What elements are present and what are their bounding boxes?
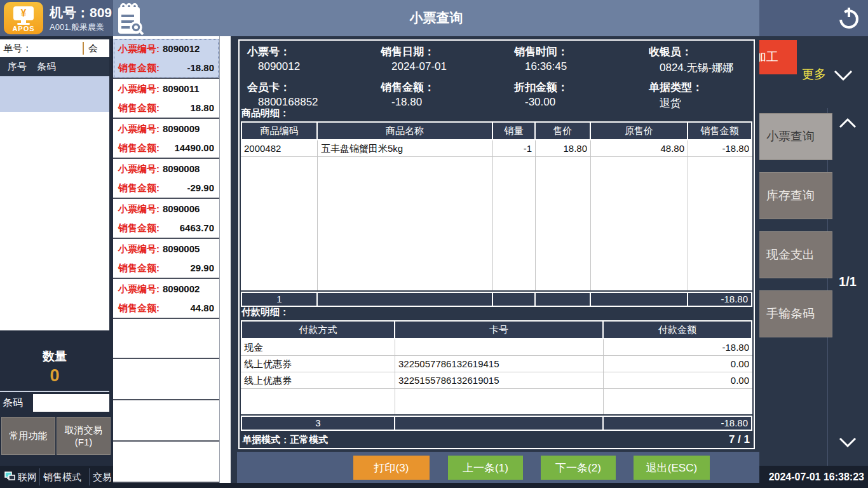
receipt-list-item[interactable]: 小票编号:8090006 销售金额:6463.70 <box>113 199 219 239</box>
more-chevron-down-icon[interactable] <box>831 67 855 86</box>
receipt-info-grid: 小票号： 8090012 销售日期： 2024-07-01 销售时间： 16:3… <box>240 44 754 111</box>
status-tab-transaction[interactable]: 交易 <box>93 466 112 488</box>
product-total-count: 1 <box>241 293 318 306</box>
payment-amount: 0.00 <box>604 372 752 389</box>
receipt-list: 小票编号:8090012 销售金额:-18.80 小票编号:8090011 销售… <box>113 36 231 483</box>
receipt-list-item[interactable]: 小票编号:8090009 销售金额:14490.00 <box>113 119 219 159</box>
menu-cash-out-button[interactable]: 现金支出 <box>749 231 832 278</box>
payment-method: 线上优惠券 <box>241 372 395 389</box>
info-sale-amount: 销售金额： -18.80 <box>381 80 514 111</box>
receipt-list-scrollbar[interactable] <box>219 36 231 483</box>
print-button[interactable]: 打印(3) <box>353 456 430 480</box>
cancel-transaction-button[interactable]: 取消交易 (F1) <box>57 417 111 455</box>
payment-card: 3225155786132619015 <box>395 372 603 389</box>
product-table-header: 商品编码 商品名称 销量 售价 原售价 销售金额 <box>241 121 752 140</box>
payment-amount: 0.00 <box>604 356 752 372</box>
product-table-body: 2000482 五丰盘锦蟹田米5kg -1 18.80 48.80 -18.80 <box>241 140 752 290</box>
status-datetime: 2024-07-01 16:38:23 <box>769 466 864 488</box>
payment-method: 线上优惠券 <box>241 356 395 372</box>
product-total-amount: -18.80 <box>688 293 752 306</box>
apos-logo: ¥ APOS <box>4 2 43 34</box>
receipt-list-empty-row <box>113 319 219 359</box>
product-name: 五丰盘锦蟹田米5kg <box>318 140 492 157</box>
info-doc-type: 单据类型： 退货 <box>649 80 746 111</box>
order-number-label: 单号： <box>3 39 32 57</box>
menu-receipt-query-button[interactable]: 小票查询 <box>749 113 832 160</box>
currency-monitor-icon: ¥ <box>13 6 34 20</box>
quantity-value: 0 <box>0 366 109 386</box>
machine-number: 机号：809 <box>50 4 112 22</box>
payment-table-header: 付款方式 卡号 付款金额 <box>241 320 752 339</box>
info-sale-date: 销售日期： 2024-07-01 <box>381 44 514 75</box>
product-amount: -18.80 <box>688 140 752 157</box>
product-table-total-row: 1 -18.80 <box>241 292 752 307</box>
receipt-list-item[interactable]: 小票编号:8090002 销售金额:44.80 <box>113 279 219 319</box>
order-number-row[interactable]: 单号： 会 <box>0 39 109 57</box>
payment-table-total-row: 3 -18.80 <box>241 416 752 431</box>
menu-page-up-icon[interactable] <box>837 116 858 131</box>
receipt-list-item[interactable]: 小票编号:8090012 销售金额:-18.80 <box>113 39 219 79</box>
menu-stock-query-button[interactable]: 库存查询 <box>749 172 832 219</box>
next-button[interactable]: 下一条(2) <box>541 456 616 480</box>
product-price: 18.80 <box>536 140 590 157</box>
modal-title-bar: 小票查询 <box>113 0 759 36</box>
product-qty: -1 <box>493 140 535 157</box>
previous-button[interactable]: 上一条(1) <box>448 456 523 480</box>
receipt-list-item[interactable]: 小票编号:8090011 销售金额:18.80 <box>113 79 219 119</box>
payment-card: 3225057786132619415 <box>395 356 603 372</box>
menu-page-down-icon[interactable] <box>837 435 858 450</box>
detail-footer: 单据模式：正常模式 7 / 1 <box>240 432 754 449</box>
info-cashier: 收银员： 0824.无锡-娜娜 <box>649 44 746 75</box>
store-name: A001.般果農業 <box>50 22 104 33</box>
status-tab-sales-mode[interactable]: 销售模式 <box>43 466 81 488</box>
cart-list-area <box>0 112 109 330</box>
payment-amount: -18.80 <box>604 339 752 356</box>
payment-total-count: 3 <box>241 417 395 430</box>
receipt-list-empty-row <box>113 360 219 400</box>
payment-table-body: 现金 线上优惠券 线上优惠券 3225057786132619415 32251… <box>241 339 752 414</box>
barcode-input[interactable] <box>33 394 109 412</box>
common-functions-button[interactable]: 常用功能 <box>1 417 55 455</box>
menu-manual-barcode-button[interactable]: 手输条码 <box>749 290 832 337</box>
detail-page-indicator: 7 / 1 <box>729 433 750 446</box>
col-seq: 序号 <box>8 57 27 76</box>
network-icon <box>4 471 16 484</box>
barcode-label: 条码 <box>3 396 23 410</box>
receipt-list-item[interactable]: 小票编号:8090005 销售金额:29.90 <box>113 239 219 279</box>
product-code: 2000482 <box>241 140 317 157</box>
cart-selected-empty-row[interactable] <box>0 76 109 112</box>
exit-button[interactable]: 退出(ESC) <box>634 456 710 480</box>
info-sale-time: 销售时间： 16:36:45 <box>514 44 649 75</box>
payment-method: 现金 <box>241 339 395 356</box>
product-orig-price: 48.80 <box>591 140 688 157</box>
menu-page-indicator: 1/1 <box>830 274 865 289</box>
payment-card <box>395 339 603 356</box>
member-label: 会 <box>88 39 98 57</box>
modal-footer: 打印(3) 上一条(1) 下一条(2) 退出(ESC) <box>237 452 759 483</box>
receipt-list-empty-row <box>113 402 219 442</box>
logo-text: APOS <box>4 25 43 32</box>
info-member-card: 会员卡： 8800168852 <box>247 80 381 111</box>
payment-section-label: 付款明细： <box>241 306 289 318</box>
payment-total-amount: -18.80 <box>604 417 752 430</box>
receipt-list-item[interactable]: 小票编号:8090008 销售金额:-29.90 <box>113 159 219 199</box>
receipt-query-modal: 小票编号:8090012 销售金额:-18.80 小票编号:8090011 销售… <box>113 36 759 483</box>
product-section-label: 商品明细： <box>241 107 289 119</box>
doc-mode-label: 单据模式：正常模式 <box>242 434 328 446</box>
modal-title: 小票查询 <box>113 9 759 27</box>
info-discount-amount: 折扣金额： -30.00 <box>514 80 649 111</box>
more-button[interactable]: 更多 <box>802 66 826 83</box>
receipt-list-empty-row <box>113 443 219 483</box>
power-icon[interactable] <box>836 5 862 30</box>
text-cursor <box>83 42 84 55</box>
status-tab-network[interactable]: 联网 <box>18 466 37 488</box>
col-barcode: 条码 <box>37 57 56 76</box>
receipt-detail-panel: 小票号： 8090012 销售日期： 2024-07-01 销售时间： 16:3… <box>238 39 755 449</box>
quantity-label: 数量 <box>0 348 109 365</box>
cart-table-header: 序号 条码 <box>0 57 109 76</box>
info-receipt-no: 小票号： 8090012 <box>247 44 381 75</box>
